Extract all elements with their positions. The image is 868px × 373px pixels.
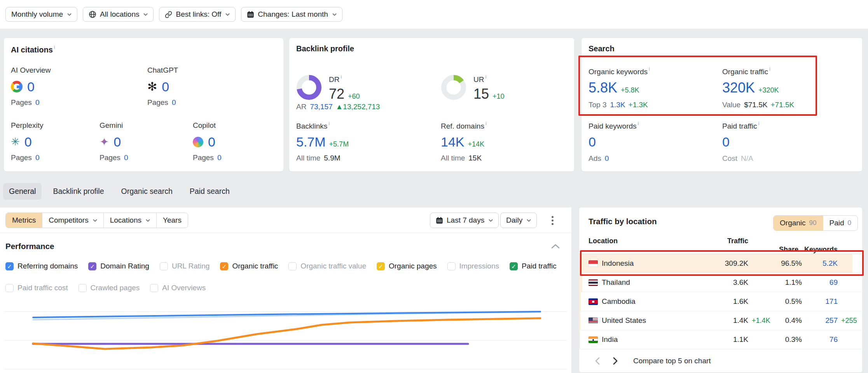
performance-line-chart <box>0 294 571 373</box>
table-row-india[interactable]: India 1.1K 0.3% 76 <box>579 330 862 349</box>
location-table-header: Location Traffic Share Keywords <box>579 237 862 254</box>
checkbox-box <box>288 262 297 270</box>
segment-years[interactable]: Years <box>157 213 188 228</box>
column-traffic[interactable]: Traffic <box>706 237 748 245</box>
column-location[interactable]: Location <box>589 237 706 245</box>
date-range-label: Last 7 days <box>447 216 484 225</box>
checkbox-domain-rating[interactable]: ✓Domain Rating <box>88 262 149 270</box>
keywords-link[interactable]: 257 <box>802 316 838 325</box>
perplexity-icon: ✳ <box>11 136 20 147</box>
segment-competitors[interactable]: Competitors <box>42 213 103 228</box>
ai-overview-pages-link[interactable]: 0 <box>35 98 40 106</box>
chatgpt-value[interactable]: 0 <box>162 80 169 93</box>
date-range-dropdown[interactable]: Last 7 days <box>430 213 499 228</box>
cost-value: N/A <box>741 154 753 162</box>
checkbox-paid-traffic-cost[interactable]: Paid traffic cost <box>5 284 68 292</box>
checkbox-organic-pages[interactable]: ✓Organic pages <box>377 262 437 270</box>
keywords-link[interactable]: 171 <box>802 297 838 306</box>
ai-overview-value[interactable]: 0 <box>27 80 35 93</box>
info-icon[interactable]: i <box>485 74 486 80</box>
best-links-label: Best links: Off <box>176 10 221 19</box>
perplexity-pages-link[interactable]: 0 <box>35 153 40 162</box>
checkbox-box: ✓ <box>510 262 518 270</box>
ref-domains-value-link[interactable]: 14K <box>441 134 465 149</box>
domain-rating-metric: DRi 72+60 <box>296 74 360 101</box>
copilot-value[interactable]: 0 <box>208 135 215 148</box>
best-links-dropdown[interactable]: Best links: Off <box>159 7 236 22</box>
gemini-pages-link[interactable]: 0 <box>124 153 128 162</box>
segment-locations[interactable]: Locations <box>104 213 157 228</box>
ai-overview-metric: AI Overview 0 Pages0 <box>11 66 51 107</box>
chatgpt-pages-link[interactable]: 0 <box>172 98 176 106</box>
changes-dropdown[interactable]: Changes: Last month <box>241 7 342 22</box>
info-icon[interactable]: i <box>341 74 342 80</box>
column-share-keywords-group: Share Keywords <box>779 246 838 254</box>
checkbox-referring-domains[interactable]: ✓Referring domains <box>5 262 78 270</box>
checkbox-box <box>160 262 168 270</box>
perplexity-value[interactable]: 0 <box>24 135 32 148</box>
locations-dropdown[interactable]: All locations <box>83 7 154 22</box>
backlinks-value-link[interactable]: 5.7M <box>296 134 326 149</box>
toggle-organic[interactable]: Organic90 <box>774 216 823 230</box>
top3-value-link[interactable]: 1.3K <box>610 101 625 109</box>
info-icon[interactable]: i <box>486 120 487 126</box>
tab-general[interactable]: General <box>3 183 42 200</box>
table-row-cambodia[interactable]: Cambodia 1.6K 0.5% 171 <box>579 292 862 311</box>
next-page-chevron-icon[interactable] <box>613 357 618 365</box>
tab-paid-search[interactable]: Paid search <box>184 183 236 200</box>
column-keywords[interactable]: Keywords <box>804 246 838 253</box>
organic-keywords-value-link[interactable]: 5.8K <box>589 80 617 96</box>
tab-backlink-profile[interactable]: Backlink profile <box>47 183 110 200</box>
previous-page-chevron-icon[interactable] <box>595 357 600 365</box>
checkbox-impressions[interactable]: Impressions <box>447 262 499 270</box>
more-options-kebab-icon[interactable] <box>547 214 558 226</box>
info-icon[interactable]: i <box>769 66 770 72</box>
paid-keywords-value-link[interactable]: 0 <box>589 134 596 149</box>
info-icon[interactable]: i <box>328 120 330 126</box>
keywords-link[interactable]: 5.2K <box>802 259 838 268</box>
organic-keywords-delta: +5.8K <box>621 86 639 94</box>
ads-value-link[interactable]: 0 <box>605 154 609 162</box>
compare-top5-link[interactable]: Compare top 5 on chart <box>633 357 711 365</box>
checkbox-crawled-pages[interactable]: Crawled pages <box>79 284 140 292</box>
checkbox-organic-traffic[interactable]: ✓Organic traffic <box>220 262 278 270</box>
tab-organic-search[interactable]: Organic search <box>115 183 178 200</box>
checkbox-url-rating[interactable]: URL Rating <box>160 262 210 270</box>
organic-count: 90 <box>809 219 817 227</box>
info-icon[interactable]: i <box>649 66 650 72</box>
share-bar <box>579 273 582 292</box>
link-icon <box>165 11 172 18</box>
checkbox-organic-traffic-value[interactable]: Organic traffic value <box>288 262 366 270</box>
checkbox-ai-overviews[interactable]: AI Overviews <box>150 284 206 292</box>
table-row-united-states[interactable]: United States 1.4K +1.4K 0.4% 257 +255 <box>579 311 862 330</box>
organic-traffic-value-link[interactable]: 320K <box>722 80 755 96</box>
column-share[interactable]: Share <box>779 246 798 253</box>
ar-value-link[interactable]: 73,157 <box>310 103 332 111</box>
ref-domains-alltime: 15K <box>468 154 482 162</box>
table-row-indonesia[interactable]: Indonesia 309.2K 96.5% 5.2K <box>579 254 862 273</box>
dr-donut-chart <box>296 75 322 100</box>
checkbox-box: ✓ <box>88 262 96 270</box>
copilot-pages-link[interactable]: 0 <box>217 153 222 162</box>
info-icon[interactable]: i <box>638 120 639 126</box>
table-row-thailand[interactable]: Thailand 3.6K 1.1% 69 <box>579 273 862 292</box>
keywords-link[interactable]: 69 <box>802 278 838 287</box>
gemini-value[interactable]: 0 <box>114 135 121 148</box>
paid-traffic-value-link[interactable]: 0 <box>722 134 730 149</box>
checkbox-paid-traffic[interactable]: ✓Paid traffic <box>510 262 556 270</box>
keywords-link[interactable]: 76 <box>802 335 838 344</box>
info-icon[interactable]: i <box>758 120 759 126</box>
granularity-dropdown[interactable]: Daily <box>500 213 537 228</box>
chevron-down-icon <box>146 219 150 222</box>
traffic-by-location-panel: Traffic by location Organic90 Paid0 Loca… <box>579 207 862 372</box>
search-card: Search Organic keywordsi 5.8K+5.8K Top 3… <box>582 38 862 171</box>
toggle-paid[interactable]: Paid0 <box>823 216 858 230</box>
copilot-metric: Copilot 0 Pages0 <box>193 121 221 162</box>
collapse-chevron-up-icon[interactable] <box>551 244 560 249</box>
monthly-volume-dropdown[interactable]: Monthly volume <box>5 7 77 22</box>
backlink-profile-card: Backlink profile DRi 72+60 AR73,157▲13,2… <box>289 38 574 171</box>
locations-label: All locations <box>100 10 139 19</box>
backlinks-delta: +5.7M <box>329 140 349 148</box>
segment-metrics[interactable]: Metrics <box>6 213 42 228</box>
info-icon[interactable]: i <box>54 44 55 50</box>
